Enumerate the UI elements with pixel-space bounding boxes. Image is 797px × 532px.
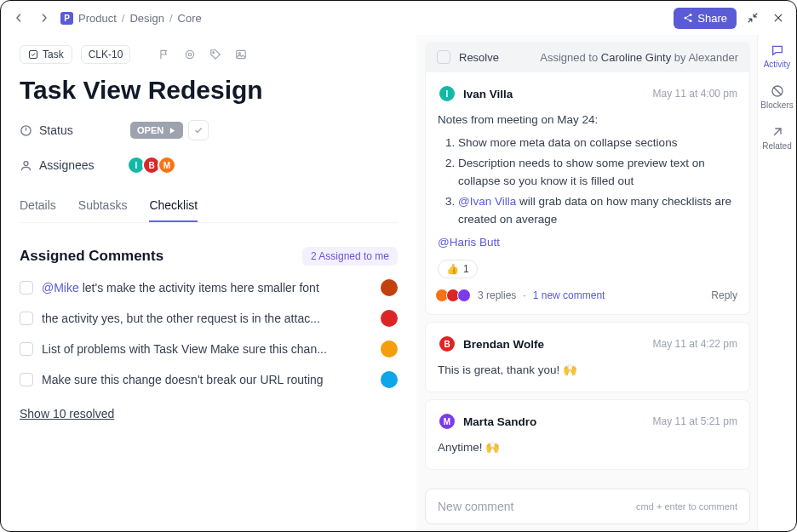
svg-point-4: [186, 50, 194, 58]
approve-button[interactable]: [188, 120, 209, 140]
nav-back[interactable]: [9, 9, 28, 27]
svg-rect-7: [237, 50, 246, 58]
new-comment-input[interactable]: New comment cmd + enter to comment: [425, 489, 750, 524]
avatar: M: [438, 412, 456, 431]
comment-author: Ivan Villa: [463, 88, 513, 100]
assignee-avatars[interactable]: I B M: [130, 156, 176, 174]
comment-text: Make sure this change doesn't break our …: [42, 373, 372, 386]
avatar: [381, 279, 398, 296]
svg-point-8: [238, 53, 240, 54]
rail-label: Activity: [764, 60, 791, 69]
nav-forward[interactable]: [35, 9, 54, 27]
rail-blockers[interactable]: Blockers: [758, 84, 796, 110]
share-icon: [683, 13, 693, 23]
new-comment-badge: 1 new comment: [533, 289, 605, 301]
avatar: B: [438, 335, 456, 353]
reaction-button[interactable]: 👍 1: [438, 260, 478, 278]
tab-details[interactable]: Details: [20, 198, 56, 222]
task-id-pill[interactable]: CLK-10: [81, 45, 131, 64]
mention[interactable]: @Haris Butt: [438, 234, 737, 252]
svg-point-0: [690, 14, 692, 16]
breadcrumb[interactable]: P Product / Design / Core: [60, 12, 202, 25]
resolve-checkbox[interactable]: [437, 50, 450, 64]
project-icon: P: [60, 12, 73, 25]
close-icon[interactable]: [769, 9, 788, 27]
section-title: Assigned Comments: [20, 248, 163, 265]
reaction-count: 1: [463, 263, 469, 275]
comment-checkbox[interactable]: [20, 312, 33, 325]
breadcrumb-project: Product: [78, 12, 117, 25]
svg-point-2: [690, 20, 692, 22]
comment-text: List of problems with Task View Make sur…: [42, 342, 372, 356]
person-icon: [20, 159, 32, 172]
comment-time: May 11 at 4:00 pm: [653, 88, 737, 100]
assigned-comment-row[interactable]: List of problems with Task View Make sur…: [20, 340, 398, 358]
rail-activity[interactable]: Activity: [758, 43, 796, 69]
reply-avatars: [438, 289, 471, 302]
comment-text: the activity yes, but the other request …: [42, 312, 372, 325]
list-item: Show more meta data on collapse sections: [458, 134, 737, 152]
comment-checkbox[interactable]: [20, 373, 33, 386]
collapse-icon[interactable]: [743, 9, 762, 27]
list-item: @Ivan Villa will grab data on how many c…: [458, 193, 737, 229]
blocker-icon: [771, 84, 784, 98]
comment-author: Brendan Wolfe: [463, 338, 544, 351]
comment-author: Marta Sandro: [463, 415, 536, 428]
task-type-label: Task: [43, 49, 64, 60]
assigned-comment-row[interactable]: the activity yes, but the other request …: [20, 310, 398, 327]
play-icon: [169, 127, 176, 134]
avatar: I: [438, 84, 456, 103]
resolve-label: Resolve: [459, 51, 499, 64]
assignees-label: Assignees: [39, 158, 95, 172]
rail-label: Blockers: [760, 100, 793, 110]
comment-text: @Mike let's make the activity items here…: [42, 281, 372, 295]
reply-link[interactable]: Reply: [711, 289, 737, 301]
svg-point-1: [685, 17, 687, 20]
rail-related[interactable]: Related: [758, 125, 796, 151]
avatar: [381, 310, 398, 327]
svg-point-10: [24, 161, 28, 165]
reaction-emoji: 👍: [446, 263, 459, 275]
image-icon[interactable]: [232, 46, 249, 63]
svg-point-6: [213, 52, 215, 54]
comment-time: May 11 at 4:22 pm: [653, 338, 737, 350]
tab-subtasks[interactable]: Subtasks: [78, 198, 128, 222]
composer-hint: cmd + enter to comment: [636, 501, 737, 512]
svg-point-5: [189, 53, 192, 56]
share-button[interactable]: Share: [674, 8, 737, 29]
tag-icon[interactable]: [207, 46, 224, 63]
share-label: Share: [697, 12, 727, 25]
comment-checkbox[interactable]: [20, 281, 33, 295]
status-pill[interactable]: OPEN: [130, 122, 183, 139]
rail-label: Related: [762, 141, 791, 151]
avatar: [381, 371, 398, 388]
comment-time: May 11 at 5:21 pm: [653, 415, 737, 427]
comment-intro: Notes from meeting on May 24:: [438, 112, 737, 129]
assigned-comment-row[interactable]: Make sure this change doesn't break our …: [20, 371, 398, 388]
comment-checkbox[interactable]: [20, 342, 33, 356]
related-icon: [771, 125, 784, 139]
checklist-icon: [28, 49, 38, 60]
comment-body: This is great, thank you! 🙌: [438, 362, 737, 380]
page-title: Task View Redesign: [20, 76, 398, 105]
breadcrumb-leaf: Core: [178, 12, 202, 25]
list-item: Description needs to show some preview t…: [458, 155, 737, 191]
resolve-assigned-meta: Assigned to Caroline Ginty by Alexander: [540, 51, 738, 64]
flag-icon[interactable]: [156, 46, 173, 63]
composer-placeholder: New comment: [438, 500, 513, 513]
status-icon: [20, 124, 32, 137]
breadcrumb-mid: Design: [129, 12, 163, 25]
tab-checklist[interactable]: Checklist: [149, 198, 198, 222]
assigned-comment-row[interactable]: @Mike let's make the activity items here…: [20, 279, 398, 296]
assigned-badge: 2 Assigned to me: [302, 247, 398, 266]
comment-body: Anytime! 🙌: [438, 439, 737, 457]
status-label: Status: [39, 123, 73, 137]
avatar: [381, 340, 398, 358]
svg-rect-3: [30, 51, 37, 59]
show-resolved-link[interactable]: Show 10 resolved: [20, 407, 398, 420]
target-icon[interactable]: [181, 46, 198, 63]
avatar: M: [158, 156, 176, 174]
reply-count: 3 replies: [478, 289, 516, 301]
task-type-pill[interactable]: Task: [20, 45, 72, 64]
status-value: OPEN: [137, 125, 163, 135]
